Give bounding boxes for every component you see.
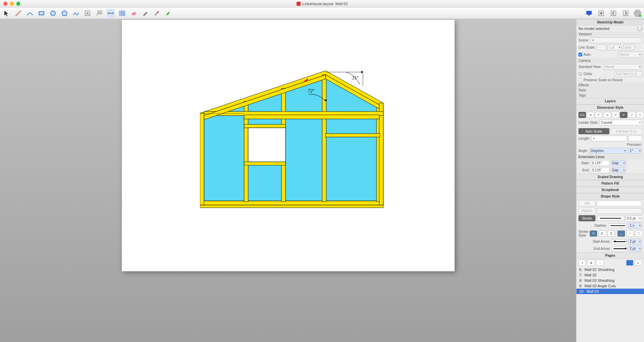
- join-tool[interactable]: [164, 9, 172, 17]
- fill-button[interactable]: Fill: [578, 200, 595, 206]
- pages-list-toggle[interactable]: ≡: [634, 260, 642, 266]
- stroke-width[interactable]: 0.5 pt: [626, 216, 642, 221]
- eraser-tool[interactable]: [130, 9, 138, 17]
- ortho-check[interactable]: Ortho: [578, 72, 592, 76]
- page-row[interactable]: 7: Wall 02: [576, 272, 644, 278]
- dim-leader-3[interactable]: ⇗: [620, 112, 627, 118]
- join-3[interactable]: □: [635, 230, 643, 237]
- auto-render-check[interactable]: Auto: [578, 53, 591, 56]
- page-row[interactable]: 8: Wall 03 Sheathing: [576, 278, 644, 283]
- start-arrow-size[interactable]: 2 pt: [628, 239, 642, 244]
- svg-text:A1: A1: [98, 11, 102, 14]
- page-row[interactable]: 9: Wall 03 Angle Cuts: [576, 283, 644, 289]
- pattern-swatch[interactable]: [597, 208, 642, 214]
- add-page-button[interactable]: ＋: [578, 260, 586, 266]
- text-tool[interactable]: A: [84, 9, 92, 17]
- split-tool[interactable]: [153, 9, 161, 17]
- dim-leader-5[interactable]: □: [636, 112, 644, 118]
- angle-prec-select[interactable]: 1°: [628, 148, 642, 154]
- pages-view-toggle[interactable]: [626, 260, 633, 266]
- ext-start-gap[interactable]: Gap: [611, 160, 626, 166]
- rectangle-tool[interactable]: [37, 9, 45, 17]
- prev-page-icon[interactable]: [609, 9, 618, 17]
- length-prec[interactable]: [628, 136, 642, 141]
- layout-page[interactable]: 72° 31°: [122, 20, 455, 271]
- dup-page-button[interactable]: ⧉: [587, 260, 595, 266]
- start-arrow-preview[interactable]: [612, 239, 627, 244]
- scene-label: Scene:: [578, 38, 589, 42]
- circle-tool[interactable]: [49, 9, 57, 17]
- svg-rect-7: [119, 11, 125, 16]
- end-arrow-preview[interactable]: [612, 246, 627, 251]
- dash-preview[interactable]: [608, 223, 627, 228]
- layers-header[interactable]: Layers: [576, 98, 644, 104]
- dim-align-3[interactable]: T: [595, 112, 602, 118]
- page-row[interactable]: 6: Wall 02 Sheathing: [576, 267, 644, 272]
- arc-tool[interactable]: [26, 9, 34, 17]
- main-toolbar: A A1: [0, 7, 644, 19]
- svg-marker-2: [62, 11, 67, 16]
- minimize-window-button[interactable]: [10, 2, 14, 6]
- ext-end-val[interactable]: 0.125": [591, 167, 609, 173]
- join-1[interactable]: ◡: [618, 230, 625, 237]
- full-size-button[interactable]: Full Size (1:1): [611, 128, 642, 134]
- svg-marker-38: [361, 71, 363, 73]
- leader-style-select[interactable]: Curved: [600, 120, 642, 125]
- next-page-icon[interactable]: [622, 9, 630, 17]
- dim-leader-1[interactable]: ↘: [604, 112, 611, 118]
- stroke-button[interactable]: Stroke: [578, 215, 595, 221]
- ext-end-gap[interactable]: Gap: [611, 167, 626, 173]
- shape-style-header[interactable]: Shape Style: [576, 193, 644, 200]
- close-window-button[interactable]: [3, 2, 7, 6]
- stroke-preview[interactable]: [597, 216, 624, 221]
- dim-leader-2[interactable]: ↗: [612, 112, 619, 118]
- page-row-selected[interactable]: 10: Wall 03: [576, 289, 644, 294]
- dash-scale[interactable]: 1 x: [628, 223, 642, 228]
- fill-swatch[interactable]: [597, 201, 642, 206]
- account-avatar-icon[interactable]: [634, 10, 641, 17]
- dim-align-1[interactable]: 131: [578, 112, 586, 118]
- line-scale-auto[interactable]: auto: [623, 45, 634, 50]
- length-unit-select[interactable]: [591, 136, 627, 141]
- pages-header[interactable]: Pages: [576, 252, 644, 259]
- svg-rect-30: [244, 124, 286, 128]
- angle-unit-select[interactable]: Degrees: [589, 148, 627, 154]
- pattern-button[interactable]: Pattern: [578, 208, 595, 214]
- style-tool[interactable]: [141, 9, 149, 17]
- del-page-button[interactable]: －: [596, 260, 604, 266]
- preserve-scale-check[interactable]: Preserve Scale on Resize: [578, 78, 623, 82]
- ext-start-label: Start:: [578, 161, 589, 165]
- line-scale-left[interactable]: [596, 45, 606, 50]
- table-tool[interactable]: [118, 9, 126, 17]
- scaled-drawing-header[interactable]: Scaled Drawing: [576, 174, 644, 180]
- dimension-tool[interactable]: [107, 9, 115, 17]
- std-view-select[interactable]: (None): [603, 64, 642, 70]
- dim-align-2[interactable]: ⇥: [587, 112, 594, 118]
- select-tool[interactable]: [3, 9, 11, 17]
- ext-start-val[interactable]: 0.125": [591, 160, 609, 166]
- ortho-scale-field[interactable]: Full Size (1:1): [615, 71, 642, 77]
- add-page-icon[interactable]: [597, 9, 605, 17]
- dim-leader-4[interactable]: ⤴: [628, 112, 636, 118]
- end-arrow-size[interactable]: 2 pt: [628, 246, 642, 252]
- join-2[interactable]: ○: [626, 230, 634, 237]
- pattern-fill-header[interactable]: Pattern Fill: [576, 180, 644, 187]
- cap-3[interactable]: ⊐: [607, 230, 615, 237]
- maximize-window-button[interactable]: [16, 2, 20, 6]
- scene-select[interactable]: [590, 37, 642, 43]
- render-mode-select[interactable]: Vector: [618, 52, 642, 57]
- auto-scale-button[interactable]: Auto Scale: [578, 128, 609, 134]
- cap-2[interactable]: ⊏: [599, 230, 606, 237]
- line-tool[interactable]: [14, 9, 22, 17]
- window-title-text: LinksHouse.layout- Wall 03: [302, 2, 348, 6]
- canvas-area[interactable]: 72° 31°: [0, 19, 576, 342]
- dim-style-header[interactable]: Dimension Style: [576, 104, 644, 111]
- refresh-icon[interactable]: [637, 26, 642, 31]
- line-scale-val[interactable]: 1 pt: [607, 45, 622, 50]
- presentation-icon[interactable]: [585, 9, 593, 17]
- freehand-tool[interactable]: [72, 9, 80, 17]
- cap-1[interactable]: ⊓: [590, 230, 597, 237]
- polygon-tool[interactable]: [60, 9, 69, 17]
- scrapbook-header[interactable]: Scrapbook: [576, 187, 644, 193]
- label-tool[interactable]: A1: [95, 9, 103, 17]
